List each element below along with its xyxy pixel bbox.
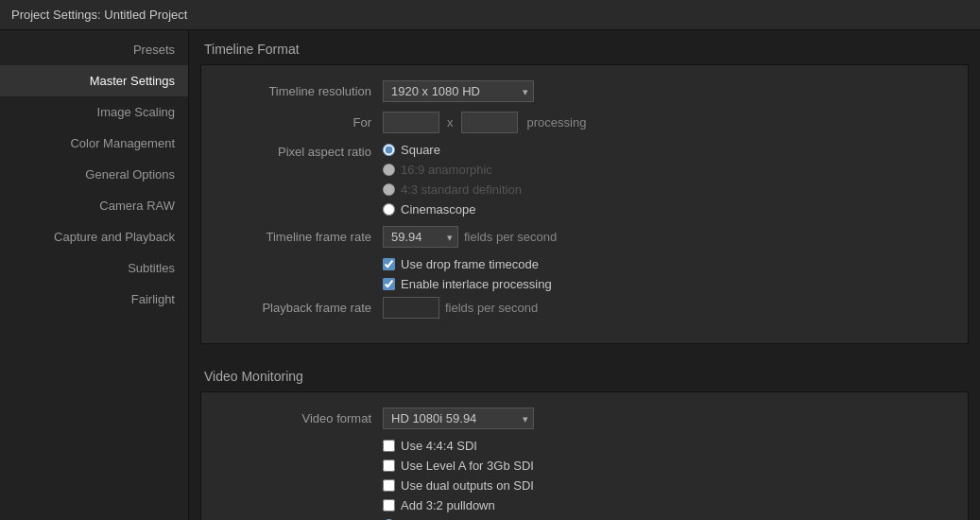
timeline-format-title: Timeline Format xyxy=(189,30,980,64)
pixel-aspect-label-standard: 4:3 standard definition xyxy=(401,182,522,197)
video-monitoring-title: Video Monitoring xyxy=(189,357,980,391)
video-format-select-wrapper[interactable]: HD 1080i 59.94HD 1080p 59.94HD 720p 59.9… xyxy=(383,407,534,429)
resolution-select-wrapper[interactable]: 1920 x 1080 HD1280 x 720 HD3840 x 2160 U… xyxy=(383,80,534,102)
sidebar-item-fairlight[interactable]: Fairlight xyxy=(0,284,188,315)
video-check-row-use444: Use 4:4:4 SDI xyxy=(383,439,949,453)
sidebar-item-camera-raw[interactable]: Camera RAW xyxy=(0,190,188,221)
sidebar-item-presets[interactable]: Presets xyxy=(0,34,188,65)
video-checkbox-label-use444: Use 4:4:4 SDI xyxy=(401,439,477,453)
video-format-controls: HD 1080i 59.94HD 1080p 59.94HD 720p 59.9… xyxy=(383,407,534,429)
pixel-aspect-radio-square[interactable] xyxy=(383,144,395,156)
video-checkbox-levelA[interactable] xyxy=(383,459,395,472)
sidebar-nav: PresetsMaster SettingsImage ScalingColor… xyxy=(0,34,188,315)
fields-per-second-label: fields per second xyxy=(464,230,557,244)
x-separator: x xyxy=(447,115,454,130)
resolution-controls: 1920 x 1080 HD1280 x 720 HD3840 x 2160 U… xyxy=(383,80,534,102)
video-checkbox-label-pulldown: Add 3:2 pulldown xyxy=(401,498,495,512)
frame-rate-row: Timeline frame rate 23.976242529.9730505… xyxy=(220,226,949,248)
processing-label: processing xyxy=(527,115,587,130)
resolution-label: Timeline resolution xyxy=(220,84,371,98)
pixel-aspect-square[interactable]: Square xyxy=(383,143,522,157)
video-check-row-levelA: Use Level A for 3Gb SDI xyxy=(383,459,949,473)
drop-frame-label: Use drop frame timecode xyxy=(401,257,539,271)
pixel-aspect-radio-standard xyxy=(383,183,395,196)
frame-rate-controls: 23.976242529.97305059.9460 fields per se… xyxy=(383,226,557,248)
video-format-select[interactable]: HD 1080i 59.94HD 1080p 59.94HD 720p 59.9… xyxy=(383,407,534,429)
video-format-label: Video format xyxy=(220,411,371,425)
playback-row: Playback frame rate 59.94 fields per sec… xyxy=(220,297,949,319)
pixel-aspect-options: Square16:9 anamorphic4:3 standard defini… xyxy=(383,143,522,217)
video-format-row: Video format HD 1080i 59.94HD 1080p 59.9… xyxy=(220,407,949,429)
title-bar: Project Settings: Untitled Project xyxy=(0,0,980,30)
pixel-aspect-standard: 4:3 standard definition xyxy=(383,182,522,197)
frame-rate-label: Timeline frame rate xyxy=(220,230,371,244)
video-checkbox-pulldown[interactable] xyxy=(383,499,395,511)
playback-controls: 59.94 fields per second xyxy=(383,297,538,319)
sidebar: PresetsMaster SettingsImage ScalingColor… xyxy=(0,30,189,520)
title-text: Project Settings: Untitled Project xyxy=(11,8,187,22)
for-row: For 1920 x 1080 processing xyxy=(220,112,949,133)
for-label: For xyxy=(220,115,371,130)
pixel-aspect-label-square: Square xyxy=(401,143,440,157)
pixel-aspect-anamorphic: 16:9 anamorphic xyxy=(383,163,522,177)
interlace-label: Enable interlace processing xyxy=(401,277,552,291)
timeline-format-panel: Timeline resolution 1920 x 1080 HD1280 x… xyxy=(200,64,969,344)
width-input[interactable]: 1920 xyxy=(383,112,439,133)
content-area[interactable]: Timeline Format Timeline resolution 1920… xyxy=(189,30,980,520)
pixel-aspect-label-cinemascope: Cinemascope xyxy=(401,202,476,217)
for-controls: 1920 x 1080 processing xyxy=(383,112,586,133)
video-checkboxes: Use 4:4:4 SDIUse Level A for 3Gb SDIUse … xyxy=(220,439,949,512)
sidebar-item-general-options[interactable]: General Options xyxy=(0,159,188,190)
interlace-checkbox[interactable] xyxy=(383,278,395,290)
pixel-aspect-label: Pixel aspect ratio xyxy=(220,143,371,159)
sidebar-item-color-management[interactable]: Color Management xyxy=(0,128,188,159)
video-checkbox-label-dualOutputs: Use dual outputs on SDI xyxy=(401,478,534,493)
interlace-row: Enable interlace processing xyxy=(383,277,949,291)
pixel-aspect-cinemascope[interactable]: Cinemascope xyxy=(383,202,522,217)
video-checkbox-use444[interactable] xyxy=(383,440,395,452)
sidebar-item-master-settings[interactable]: Master Settings xyxy=(0,65,188,96)
playback-label: Playback frame rate xyxy=(220,301,371,315)
video-check-row-dualOutputs: Use dual outputs on SDI xyxy=(383,478,949,493)
main-container: PresetsMaster SettingsImage ScalingColor… xyxy=(0,30,980,520)
frame-rate-select[interactable]: 23.976242529.97305059.9460 xyxy=(383,226,458,248)
pixel-aspect-radio-cinemascope[interactable] xyxy=(383,203,395,216)
drop-frame-checkbox[interactable] xyxy=(383,258,395,270)
pixel-aspect-row: Pixel aspect ratio Square16:9 anamorphic… xyxy=(220,143,949,217)
pixel-aspect-label-anamorphic: 16:9 anamorphic xyxy=(401,163,492,177)
frame-rate-select-wrapper[interactable]: 23.976242529.97305059.9460 xyxy=(383,226,458,248)
video-check-row-pulldown: Add 3:2 pulldown xyxy=(383,498,949,512)
sidebar-item-subtitles[interactable]: Subtitles xyxy=(0,252,188,284)
sidebar-item-image-scaling[interactable]: Image Scaling xyxy=(0,96,188,128)
video-monitoring-panel: Video format HD 1080i 59.94HD 1080p 59.9… xyxy=(200,391,969,520)
video-checkbox-label-levelA: Use Level A for 3Gb SDI xyxy=(401,459,534,473)
resolution-select[interactable]: 1920 x 1080 HD1280 x 720 HD3840 x 2160 U… xyxy=(383,80,534,102)
playback-fields-label: fields per second xyxy=(445,301,538,315)
playback-fps-input: 59.94 xyxy=(383,297,439,319)
resolution-row: Timeline resolution 1920 x 1080 HD1280 x… xyxy=(220,80,949,102)
drop-frame-row: Use drop frame timecode xyxy=(383,257,949,271)
video-checkbox-dualOutputs[interactable] xyxy=(383,479,395,492)
height-input[interactable]: 1080 xyxy=(461,112,518,133)
pixel-aspect-radio-anamorphic xyxy=(383,164,395,176)
sidebar-item-capture-and-playback[interactable]: Capture and Playback xyxy=(0,221,188,252)
